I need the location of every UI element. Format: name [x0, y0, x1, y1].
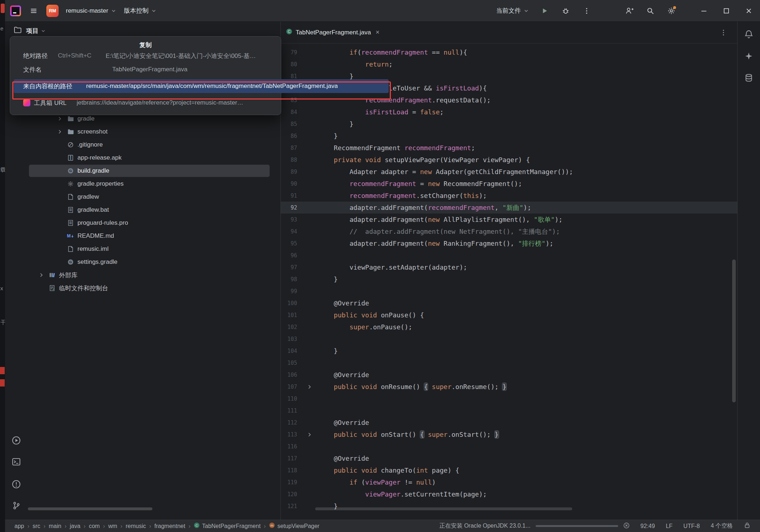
code-text[interactable]: public void onResume() { super.onResume(…: [318, 383, 506, 390]
minimize-icon[interactable]: [698, 5, 710, 17]
code-line-84[interactable]: 84 isFirstLoad = false;: [281, 106, 737, 118]
code-text[interactable]: adapter.addFragment(new RankingFragment(…: [318, 239, 553, 248]
line-number[interactable]: 91: [281, 193, 301, 199]
database-icon[interactable]: [743, 72, 755, 84]
code-text[interactable]: return;: [318, 60, 393, 68]
line-number[interactable]: 112: [281, 419, 301, 426]
code-line-99[interactable]: 99: [281, 285, 737, 297]
project-widget[interactable]: remusic-master: [66, 7, 117, 14]
popup-row-来自内容根的路径[interactable]: 来自内容根的路径remusic-master/app/src/main/java…: [14, 79, 389, 93]
run-configuration-widget[interactable]: 当前文件: [496, 7, 529, 15]
more-kebab-icon[interactable]: [581, 5, 592, 16]
line-number[interactable]: 94: [281, 228, 301, 235]
code-text[interactable]: RecommendFragment recommendFragment;: [318, 144, 475, 152]
line-number[interactable]: 87: [281, 145, 301, 151]
code-line-117[interactable]: 117 @Override: [281, 452, 737, 464]
line-number[interactable]: 97: [281, 264, 301, 271]
code-text[interactable]: @Override: [318, 419, 369, 426]
breadcrumb-item-fragmentnet[interactable]: fragmentnet: [155, 523, 185, 529]
line-number[interactable]: 100: [281, 300, 301, 307]
line-number[interactable]: 92: [281, 204, 301, 211]
code-line-85[interactable]: 85 }: [281, 118, 737, 130]
code-text[interactable]: @Override: [318, 299, 369, 307]
chevron-right-icon[interactable]: [37, 272, 45, 278]
line-number[interactable]: 117: [281, 455, 301, 462]
breadcrumb-item-setupViewPager[interactable]: msetupViewPager: [269, 522, 319, 530]
code-text[interactable]: @Override: [318, 455, 369, 462]
code-text[interactable]: if(recommendFragment == null){: [318, 48, 467, 56]
code-line-87[interactable]: 87 RecommendFragment recommendFragment;: [281, 142, 737, 154]
run-anything-icon[interactable]: [10, 434, 22, 447]
breadcrumb-item-main[interactable]: main: [49, 523, 62, 529]
code-text[interactable]: // adapter.addFragment(new NetFragment()…: [318, 227, 560, 236]
code-line-91[interactable]: 91 recommendFragment.setChanger(this);: [281, 190, 737, 202]
code-text[interactable]: }: [318, 132, 338, 140]
code-text[interactable]: public void onPause() {: [318, 311, 424, 319]
vcs-widget[interactable]: 版本控制: [124, 7, 157, 15]
line-number[interactable]: 89: [281, 169, 301, 175]
code-text[interactable]: adapter.addFragment(new AllPlaylistFragm…: [318, 215, 562, 224]
tree-item-app-release.apk[interactable]: app-release.apk: [5, 151, 280, 164]
line-number[interactable]: 83: [281, 97, 301, 104]
line-number[interactable]: 102: [281, 324, 301, 330]
code-line-116[interactable]: 116: [281, 440, 737, 452]
code-line-112[interactable]: 112 @Override: [281, 417, 737, 428]
line-number[interactable]: 118: [281, 467, 301, 474]
code-text[interactable]: viewPager.setCurrentItem(page);: [318, 490, 487, 498]
line-number[interactable]: 84: [281, 109, 301, 115]
tree-item-settings.gradle[interactable]: Gsettings.gradle: [5, 256, 280, 269]
settings-gear-icon[interactable]: [666, 5, 677, 16]
line-number[interactable]: 113: [281, 431, 301, 438]
chevron-right-icon[interactable]: [56, 116, 64, 122]
line-number[interactable]: 96: [281, 252, 301, 259]
indent-widget[interactable]: 4 个空格: [711, 522, 733, 530]
run-play-icon[interactable]: [539, 5, 550, 16]
tree-item-临时文件和控制台[interactable]: 临时文件和控制台: [5, 282, 280, 295]
line-number[interactable]: 90: [281, 181, 301, 187]
line-number[interactable]: 88: [281, 157, 301, 163]
line-separator-widget[interactable]: LF: [666, 523, 673, 529]
breadcrumb-item-com[interactable]: com: [89, 523, 100, 529]
line-number[interactable]: 98: [281, 276, 301, 283]
line-number[interactable]: 103: [281, 336, 301, 342]
notifications-bell-icon[interactable]: [743, 28, 755, 41]
background-task-widget[interactable]: 正在安装 Oracle OpenJDK 23.0.1...: [439, 522, 630, 530]
line-number[interactable]: 121: [281, 503, 301, 510]
code-line-88[interactable]: 88 private void setupViewPager(ViewPager…: [281, 154, 737, 166]
code-text[interactable]: private void setupViewPager(ViewPager vi…: [318, 156, 530, 164]
breadcrumb-item-app[interactable]: app: [14, 523, 24, 529]
line-number[interactable]: 120: [281, 491, 301, 498]
tree-item-gradlew.bat[interactable]: gradlew.bat: [5, 203, 280, 216]
cancel-progress-icon[interactable]: [623, 522, 630, 530]
breadcrumb-item-wm[interactable]: wm: [108, 523, 117, 529]
debug-bug-icon[interactable]: [560, 5, 571, 16]
code-line-93[interactable]: 93 adapter.addFragment(new AllPlaylistFr…: [281, 214, 737, 225]
code-line-110[interactable]: 110: [281, 393, 737, 405]
code-line-90[interactable]: 90 recommendFragment = new RecommendFrag…: [281, 178, 737, 190]
code-text[interactable]: }: [318, 347, 338, 355]
code-text[interactable]: }: [318, 120, 354, 128]
tree-item-README.md[interactable]: MREADME.md: [5, 229, 280, 242]
terminal-icon[interactable]: [10, 456, 22, 468]
line-number[interactable]: 106: [281, 372, 301, 378]
code-text[interactable]: viewPager.setAdapter(adapter);: [318, 263, 467, 271]
version-control-branch-icon[interactable]: [10, 499, 22, 512]
editor-horizontal-scrollbar[interactable]: [315, 507, 572, 510]
chevron-right-icon[interactable]: [56, 129, 64, 135]
caret-position[interactable]: 92:49: [641, 523, 655, 529]
project-badge[interactable]: RM: [46, 5, 59, 17]
tree-item-build.gradle[interactable]: Gbuild.gradle: [5, 164, 280, 177]
code-line-104[interactable]: 104 }: [281, 345, 737, 357]
code-line-118[interactable]: 118 public void changeTo(int page) {: [281, 464, 737, 476]
project-panel-header[interactable]: 项目: [14, 26, 46, 36]
fold-chevron-icon[interactable]: [301, 384, 318, 390]
maximize-icon[interactable]: [720, 5, 732, 17]
code-line-92[interactable]: 92 adapter.addFragment(recommendFragment…: [281, 202, 737, 214]
encoding-widget[interactable]: UTF-8: [683, 523, 700, 529]
line-number[interactable]: 93: [281, 216, 301, 223]
code-line-97[interactable]: 97 viewPager.setAdapter(adapter);: [281, 261, 737, 273]
code-text[interactable]: recommendFragment = new RecommendFragmen…: [318, 180, 522, 187]
code-text[interactable]: }: [318, 275, 338, 283]
tree-item-gradle.properties[interactable]: gradle.properties: [5, 177, 280, 190]
project-horizontal-scrollbar[interactable]: [28, 507, 152, 510]
